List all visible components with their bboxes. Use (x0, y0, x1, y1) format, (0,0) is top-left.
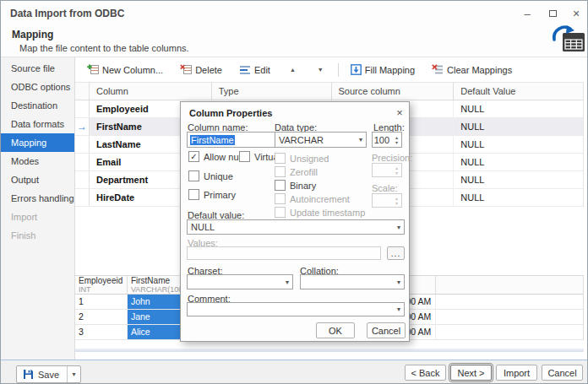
sidebar-item-import: Import (1, 208, 74, 226)
checkbox-box: ✓ (188, 151, 199, 162)
sidebar-item-output[interactable]: Output (1, 170, 74, 189)
spinner-arrows-icon[interactable]: ▴▾ (392, 135, 401, 145)
move-down-button[interactable]: ▼ (310, 62, 331, 77)
edit-button[interactable]: Edit (234, 61, 275, 78)
save-dropdown-button[interactable]: ▾ (67, 366, 80, 382)
grid-column-employeeid[interactable]: Employeeid INT (75, 276, 128, 294)
values-browse-button[interactable]: ... (387, 246, 405, 260)
collation-select[interactable]: ▾ (300, 274, 405, 289)
back-button[interactable]: < Back (405, 365, 446, 381)
column-header-source[interactable]: Source column (332, 83, 455, 100)
delete-button[interactable]: Delete (175, 61, 227, 78)
grid-cell-firstname[interactable]: Jane (128, 310, 185, 324)
column-name-input[interactable]: FirstName (187, 132, 286, 148)
edit-icon (239, 64, 251, 75)
maximize-button[interactable] (543, 6, 562, 21)
maximize-icon (549, 10, 557, 17)
close-button[interactable]: × (567, 6, 585, 21)
comment-select[interactable]: ▾ (187, 302, 405, 316)
grid-cell-firstname[interactable]: John (128, 295, 185, 309)
grid-cell-id[interactable]: 1 (75, 295, 128, 309)
fill-mapping-button[interactable]: Fill Mapping (346, 61, 420, 78)
grid-cell-filler (436, 325, 583, 339)
sidebar-item-data-formats[interactable]: Data formats (1, 115, 74, 133)
checkbox-box (275, 153, 286, 164)
down-arrow-icon: ▼ (318, 67, 324, 73)
cancel-button[interactable]: Cancel (542, 365, 583, 381)
primary-label: Primary (204, 190, 236, 200)
new-column-button[interactable]: New Column... (82, 61, 168, 78)
next-button[interactable]: Next > (450, 365, 492, 381)
grid-column-firstname[interactable]: FirstName VARCHAR(100) (128, 276, 185, 294)
new-column-label: New Column... (102, 65, 163, 75)
sidebar-item-mapping[interactable]: Mapping (1, 133, 74, 152)
grid-column-name: FirstName (131, 277, 184, 285)
zerofill-checkbox: Zerofill (275, 166, 318, 177)
chevron-down-icon: ▾ (397, 306, 404, 313)
wizard-steps-sidebar: Source file ODBC options Destination Dat… (1, 57, 75, 360)
update-timestamp-label: Update timestamp (290, 208, 365, 218)
update-timestamp-checkbox: Update timestamp (275, 207, 365, 218)
zerofill-label: Zerofill (290, 167, 318, 177)
sidebar-item-destination[interactable]: Destination (1, 96, 74, 115)
cancel-label: Cancel (547, 368, 576, 378)
default-value-select[interactable]: NULL ▾ (187, 219, 405, 235)
toolbar-separator (338, 63, 339, 77)
save-split-button[interactable]: Save ▾ (16, 365, 81, 383)
chevron-down-icon: ▾ (359, 136, 366, 143)
sidebar-item-finish: Finish (1, 226, 74, 245)
minimize-icon: – (524, 8, 530, 20)
grid-cell-id[interactable]: 3 (75, 325, 128, 339)
fill-mapping-icon (351, 64, 362, 75)
length-stepper[interactable]: 100 ▴▾ (372, 132, 402, 148)
data-type-select[interactable]: VARCHAR ▾ (275, 132, 367, 148)
import-button[interactable]: Import (496, 365, 537, 381)
ok-button[interactable]: OK (316, 322, 355, 338)
check-icon: ✓ (190, 152, 197, 161)
column-header-default[interactable]: Default Value (454, 83, 583, 100)
save-icon (23, 369, 34, 380)
spinner-down-icon: ▾ (395, 201, 398, 206)
footer-bar: Save ▾ < Back Next > Import Cancel (1, 360, 588, 384)
column-header-type[interactable]: Type (212, 83, 332, 100)
grid-cell-firstname[interactable]: Alice (128, 325, 185, 339)
column-header-column[interactable]: Column (90, 83, 212, 100)
up-arrow-icon: ▲ (290, 67, 296, 73)
checkbox-box (188, 170, 199, 181)
clear-mappings-icon (432, 64, 444, 75)
unique-checkbox[interactable]: Unique (188, 170, 233, 181)
chevron-down-icon: ▾ (286, 279, 292, 286)
clear-mappings-button[interactable]: Clear Mappings (427, 61, 517, 78)
dialog-cancel-button[interactable]: Cancel (367, 322, 406, 338)
scale-label: Scale: (372, 183, 398, 193)
current-row-arrow-icon: → (77, 122, 87, 132)
dialog-close-button[interactable]: × (394, 106, 406, 118)
chevron-down-icon: ▾ (397, 279, 404, 286)
length-value: 100 (373, 135, 392, 145)
mapping-table-header: Column Type Source column Default Value (75, 82, 583, 100)
sidebar-item-modes[interactable]: Modes (1, 152, 74, 170)
minimize-button[interactable]: – (518, 6, 536, 21)
fill-mapping-label: Fill Mapping (365, 65, 415, 75)
unique-label: Unique (204, 171, 233, 181)
move-up-button[interactable]: ▲ (282, 62, 303, 77)
charset-select[interactable]: ▾ (187, 274, 293, 289)
clear-mappings-label: Clear Mappings (447, 65, 512, 75)
next-label: Next > (457, 368, 484, 378)
sidebar-item-source-file[interactable]: Source file (1, 59, 74, 78)
grid-cell-id[interactable]: 2 (75, 310, 128, 324)
row-indicator (75, 171, 90, 188)
sidebar-item-odbc-options[interactable]: ODBC options (1, 78, 74, 96)
delete-icon (180, 64, 192, 75)
save-button[interactable]: Save (17, 366, 67, 382)
row-indicator-header (75, 83, 90, 100)
autoincrement-label: Autoincrement (290, 194, 350, 204)
spinner-down-icon[interactable]: ▾ (395, 140, 398, 145)
binary-checkbox[interactable]: Binary (275, 180, 316, 191)
spinner-arrows-icon: ▴▾ (392, 165, 401, 176)
odbc-import-icon (548, 23, 587, 57)
grid-column-type: VARCHAR(100) (131, 285, 184, 294)
primary-checkbox[interactable]: Primary (188, 189, 236, 200)
unsigned-checkbox: Unsigned (275, 153, 329, 164)
sidebar-item-errors-handling[interactable]: Errors handling (1, 189, 74, 208)
